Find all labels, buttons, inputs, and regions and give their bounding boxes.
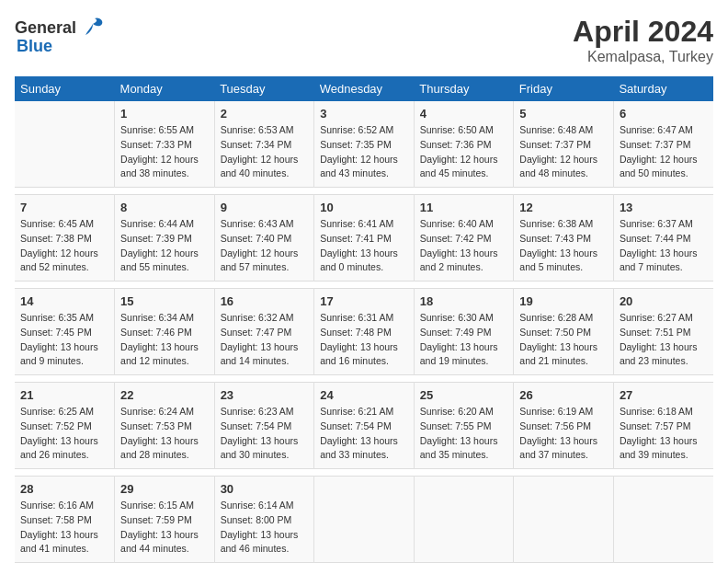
calendar-week-row: 21Sunrise: 6:25 AM Sunset: 7:52 PM Dayli… [15, 383, 713, 469]
calendar-cell: 5Sunrise: 6:48 AM Sunset: 7:37 PM Daylig… [514, 101, 614, 188]
calendar-cell: 15Sunrise: 6:34 AM Sunset: 7:46 PM Dayli… [115, 289, 215, 375]
calendar-cell: 30Sunrise: 6:14 AM Sunset: 8:00 PM Dayli… [214, 477, 314, 563]
day-number: 9 [221, 201, 309, 214]
separator-cell [15, 188, 713, 195]
row-separator [15, 188, 713, 195]
day-info: Sunrise: 6:41 AM Sunset: 7:41 PM Dayligh… [320, 217, 408, 275]
day-number: 1 [120, 107, 209, 121]
day-info: Sunrise: 6:14 AM Sunset: 8:00 PM Dayligh… [221, 499, 309, 557]
calendar-cell: 17Sunrise: 6:31 AM Sunset: 7:48 PM Dayli… [314, 289, 415, 375]
day-info: Sunrise: 6:31 AM Sunset: 7:48 PM Dayligh… [320, 311, 408, 369]
calendar-cell [314, 477, 415, 563]
calendar-cell [514, 477, 614, 563]
day-info: Sunrise: 6:18 AM Sunset: 7:57 PM Dayligh… [620, 405, 708, 463]
day-number: 26 [519, 388, 608, 402]
logo-general: General [15, 18, 76, 38]
day-number: 19 [519, 294, 608, 308]
day-info: Sunrise: 6:23 AM Sunset: 7:54 PM Dayligh… [221, 405, 309, 463]
header-sunday: Sunday [15, 76, 115, 101]
day-info: Sunrise: 6:25 AM Sunset: 7:52 PM Dayligh… [20, 405, 108, 463]
calendar-cell: 26Sunrise: 6:19 AM Sunset: 7:56 PM Dayli… [514, 383, 614, 469]
calendar-week-row: 7Sunrise: 6:45 AM Sunset: 7:38 PM Daylig… [15, 195, 713, 282]
day-number: 14 [20, 294, 108, 308]
calendar-cell: 4Sunrise: 6:50 AM Sunset: 7:36 PM Daylig… [414, 101, 514, 188]
calendar-cell: 18Sunrise: 6:30 AM Sunset: 7:49 PM Dayli… [414, 289, 514, 375]
day-number: 18 [420, 294, 508, 308]
calendar-table: SundayMondayTuesdayWednesdayThursdayFrid… [15, 76, 713, 563]
day-info: Sunrise: 6:43 AM Sunset: 7:40 PM Dayligh… [221, 217, 309, 275]
day-info: Sunrise: 6:45 AM Sunset: 7:38 PM Dayligh… [20, 217, 108, 275]
day-number: 28 [20, 482, 108, 496]
calendar-cell: 6Sunrise: 6:47 AM Sunset: 7:37 PM Daylig… [613, 101, 713, 188]
day-number: 25 [420, 388, 508, 402]
calendar-cell: 14Sunrise: 6:35 AM Sunset: 7:45 PM Dayli… [15, 289, 115, 375]
calendar-cell: 29Sunrise: 6:15 AM Sunset: 7:59 PM Dayli… [115, 477, 215, 563]
calendar-cell: 2Sunrise: 6:53 AM Sunset: 7:34 PM Daylig… [214, 101, 314, 188]
calendar-cell: 25Sunrise: 6:20 AM Sunset: 7:55 PM Dayli… [414, 383, 514, 469]
day-info: Sunrise: 6:47 AM Sunset: 7:37 PM Dayligh… [620, 123, 708, 181]
day-number: 6 [620, 107, 708, 121]
logo-bird-icon [76, 15, 106, 40]
day-number: 16 [221, 294, 309, 308]
calendar-cell: 1Sunrise: 6:55 AM Sunset: 7:33 PM Daylig… [115, 101, 215, 188]
day-number: 23 [221, 388, 309, 402]
separator-cell [15, 469, 713, 477]
day-number: 13 [620, 201, 708, 214]
header-tuesday: Tuesday [214, 76, 314, 101]
calendar-header-row: SundayMondayTuesdayWednesdayThursdayFrid… [15, 76, 713, 101]
page-title: April 2024 [573, 15, 713, 49]
day-info: Sunrise: 6:40 AM Sunset: 7:42 PM Dayligh… [420, 217, 508, 275]
calendar-cell: 11Sunrise: 6:40 AM Sunset: 7:42 PM Dayli… [414, 195, 514, 282]
calendar-cell: 7Sunrise: 6:45 AM Sunset: 7:38 PM Daylig… [15, 195, 115, 282]
day-number: 17 [320, 294, 408, 308]
logo: General Blue [15, 15, 106, 56]
header-thursday: Thursday [414, 76, 514, 101]
day-info: Sunrise: 6:32 AM Sunset: 7:47 PM Dayligh… [221, 311, 309, 369]
day-number: 12 [519, 201, 608, 214]
row-separator [15, 282, 713, 289]
day-info: Sunrise: 6:20 AM Sunset: 7:55 PM Dayligh… [420, 405, 508, 463]
day-number: 24 [320, 388, 408, 402]
calendar-cell: 21Sunrise: 6:25 AM Sunset: 7:52 PM Dayli… [15, 383, 115, 469]
separator-cell [15, 375, 713, 383]
calendar-cell: 9Sunrise: 6:43 AM Sunset: 7:40 PM Daylig… [214, 195, 314, 282]
calendar-cell: 19Sunrise: 6:28 AM Sunset: 7:50 PM Dayli… [514, 289, 614, 375]
day-number: 15 [120, 294, 209, 308]
calendar-cell: 24Sunrise: 6:21 AM Sunset: 7:54 PM Dayli… [314, 383, 415, 469]
calendar-week-row: 14Sunrise: 6:35 AM Sunset: 7:45 PM Dayli… [15, 289, 713, 375]
calendar-cell: 22Sunrise: 6:24 AM Sunset: 7:53 PM Dayli… [115, 383, 215, 469]
calendar-cell [15, 101, 115, 188]
title-area: April 2024 Kemalpasa, Turkey [573, 15, 713, 65]
day-number: 27 [620, 388, 708, 402]
calendar-cell: 16Sunrise: 6:32 AM Sunset: 7:47 PM Dayli… [214, 289, 314, 375]
day-info: Sunrise: 6:50 AM Sunset: 7:36 PM Dayligh… [420, 123, 508, 181]
calendar-cell: 27Sunrise: 6:18 AM Sunset: 7:57 PM Dayli… [613, 383, 713, 469]
calendar-cell: 13Sunrise: 6:37 AM Sunset: 7:44 PM Dayli… [613, 195, 713, 282]
day-number: 5 [519, 107, 608, 121]
day-info: Sunrise: 6:27 AM Sunset: 7:51 PM Dayligh… [620, 311, 708, 369]
separator-cell [15, 282, 713, 289]
day-info: Sunrise: 6:37 AM Sunset: 7:44 PM Dayligh… [620, 217, 708, 275]
calendar-week-row: 28Sunrise: 6:16 AM Sunset: 7:58 PM Dayli… [15, 477, 713, 563]
day-info: Sunrise: 6:38 AM Sunset: 7:43 PM Dayligh… [519, 217, 608, 275]
day-info: Sunrise: 6:15 AM Sunset: 7:59 PM Dayligh… [120, 499, 209, 557]
day-number: 10 [320, 201, 408, 214]
day-number: 2 [221, 107, 309, 121]
day-number: 3 [320, 107, 408, 121]
calendar-cell: 10Sunrise: 6:41 AM Sunset: 7:41 PM Dayli… [314, 195, 415, 282]
header: General Blue April 2024 Kemalpasa, Turke… [15, 15, 713, 65]
day-info: Sunrise: 6:52 AM Sunset: 7:35 PM Dayligh… [320, 123, 408, 181]
header-saturday: Saturday [613, 76, 713, 101]
day-info: Sunrise: 6:55 AM Sunset: 7:33 PM Dayligh… [120, 123, 209, 181]
calendar-cell: 3Sunrise: 6:52 AM Sunset: 7:35 PM Daylig… [314, 101, 415, 188]
day-info: Sunrise: 6:35 AM Sunset: 7:45 PM Dayligh… [20, 311, 108, 369]
day-number: 29 [120, 482, 209, 496]
row-separator [15, 375, 713, 383]
calendar-cell: 23Sunrise: 6:23 AM Sunset: 7:54 PM Dayli… [214, 383, 314, 469]
header-monday: Monday [115, 76, 215, 101]
day-info: Sunrise: 6:34 AM Sunset: 7:46 PM Dayligh… [120, 311, 209, 369]
day-info: Sunrise: 6:24 AM Sunset: 7:53 PM Dayligh… [120, 405, 209, 463]
calendar-cell: 28Sunrise: 6:16 AM Sunset: 7:58 PM Dayli… [15, 477, 115, 563]
day-info: Sunrise: 6:30 AM Sunset: 7:49 PM Dayligh… [420, 311, 508, 369]
day-info: Sunrise: 6:44 AM Sunset: 7:39 PM Dayligh… [120, 217, 209, 275]
